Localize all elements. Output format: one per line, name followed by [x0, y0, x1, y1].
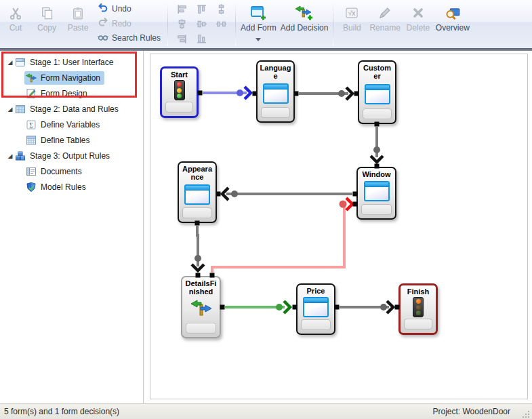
cut-button[interactable]: Cut [2, 0, 29, 48]
node-label: Customer [359, 62, 395, 80]
sidebar-item-stage1[interactable]: ◢ Stage 1: User Interface [0, 54, 143, 70]
undo-button[interactable]: Undo [98, 3, 161, 15]
sidebar-item-define-variables[interactable]: Σ Define Variables [0, 117, 143, 132]
expander-icon[interactable]: ◢ [5, 106, 15, 113]
copy-icon [40, 4, 54, 22]
add-form-button[interactable]: Add Form [241, 0, 277, 48]
node-appearance[interactable]: Appearance [178, 161, 217, 223]
node-label: Appearance [179, 163, 216, 181]
sidebar-item-label: Define Tables [41, 136, 90, 145]
overview-icon [445, 4, 460, 22]
rules-tree-sidebar: ◢ Stage 1: User Interface Form Navigatio… [0, 51, 144, 403]
redo-label: Redo [112, 19, 131, 28]
sidebar-item-label: Stage 3: Output Rules [30, 151, 110, 161]
expander-icon[interactable]: ◢ [5, 153, 15, 159]
align-center-icon[interactable] [195, 18, 209, 30]
align-placeholder [214, 33, 229, 45]
search-rules-button[interactable]: Search Rules [98, 32, 161, 44]
traffic-light-icon [413, 297, 424, 317]
form-window-icon [364, 181, 390, 201]
paste-button[interactable]: Paste [64, 0, 91, 48]
node-footer [404, 319, 432, 330]
toolbar: Cut Copy Paste Undo [0, 0, 532, 48]
copy-button[interactable]: Copy [33, 0, 60, 48]
distribute-vertical-icon[interactable] [214, 3, 229, 15]
toolbar-separator [167, 2, 168, 46]
distribute-horizontal-icon[interactable] [214, 18, 229, 30]
node-label: Finish [401, 285, 436, 296]
node-label: Start [162, 68, 197, 79]
status-summary: 5 form(s) and 1 form decision(s) [0, 407, 432, 416]
node-language[interactable]: Language [256, 60, 295, 123]
align-bottom-icon[interactable] [195, 33, 209, 45]
node-footer [363, 108, 392, 119]
sidebar-item-label: Model Rules [41, 182, 86, 192]
align-right-icon[interactable] [175, 33, 190, 45]
canvas-panel: Start Language Customer Appearance [144, 51, 532, 403]
rename-icon [378, 4, 392, 22]
undo-label: Undo [112, 4, 131, 14]
redo-button[interactable]: Redo [98, 18, 161, 30]
add-form-icon [249, 4, 267, 22]
overview-label: Overview [436, 23, 470, 33]
table-icon [15, 104, 26, 115]
grid-table-icon [26, 135, 37, 146]
undo-icon [98, 3, 108, 16]
overview-button[interactable]: Overview [436, 0, 470, 48]
form-window-icon [184, 184, 210, 205]
add-form-label: Add Form [241, 23, 277, 33]
node-detailsfinished[interactable]: DetailsFinished [181, 276, 221, 338]
alignment-tools-group [171, 0, 232, 48]
add-decision-button[interactable]: Add Decision [281, 0, 329, 48]
add-form-dropdown-icon[interactable] [255, 38, 261, 41]
sidebar-item-model-rules[interactable]: Model Rules [0, 179, 143, 195]
node-start[interactable]: Start [160, 66, 199, 118]
align-left-icon[interactable] [175, 3, 190, 15]
model-rules-icon [26, 182, 37, 193]
sidebar-item-label: Stage 1: User Interface [30, 58, 113, 67]
project-name-label: Project: WoodenDoor [432, 407, 521, 416]
paste-icon [71, 4, 85, 22]
node-customer[interactable]: Customer [358, 60, 396, 124]
redo-icon [98, 17, 108, 30]
sidebar-item-form-navigation[interactable]: Form Navigation [0, 70, 143, 85]
search-rules-icon [98, 32, 108, 45]
sidebar-item-label: Stage 2: Data and Rules [30, 104, 119, 114]
form-window-icon [263, 83, 289, 104]
delete-icon [412, 4, 424, 22]
form-window-icon [15, 57, 26, 68]
node-window[interactable]: Window [356, 167, 396, 220]
resize-grip-icon[interactable] [521, 410, 531, 419]
cut-icon [9, 4, 22, 22]
build-button[interactable]: √x Build [338, 0, 365, 48]
sidebar-item-form-design[interactable]: Form Design [0, 85, 143, 101]
node-finish[interactable]: Finish [398, 283, 438, 335]
rename-button[interactable]: Rename [369, 0, 400, 48]
rules-designer-window: Cut Copy Paste Undo [0, 0, 532, 419]
flow-canvas[interactable]: Start Language Customer Appearance [150, 54, 528, 399]
sidebar-item-stage3[interactable]: ◢ Stage 3: Output Rules [0, 148, 143, 163]
sidebar-item-label: Form Navigation [41, 73, 100, 83]
node-price[interactable]: Price [296, 283, 335, 335]
add-decision-label: Add Decision [281, 23, 329, 33]
node-footer [361, 204, 392, 215]
node-footer [301, 319, 331, 330]
align-middle-icon[interactable] [175, 18, 190, 30]
sidebar-item-label: Form Design [41, 89, 87, 98]
node-footer [182, 207, 212, 218]
status-bar: 5 form(s) and 1 form decision(s) Project… [0, 403, 532, 419]
decision-icon [190, 298, 213, 320]
document-icon [26, 166, 37, 177]
expander-icon[interactable]: ◢ [5, 59, 15, 66]
traffic-light-icon [174, 80, 185, 100]
delete-button[interactable]: Delete [405, 0, 432, 48]
align-top-icon[interactable] [195, 3, 209, 15]
paste-label: Paste [68, 23, 89, 33]
toolbar-separator [333, 2, 333, 46]
sidebar-item-define-tables[interactable]: Define Tables [0, 132, 143, 148]
svg-text:√x: √x [348, 9, 356, 17]
build-icon: √x [345, 4, 359, 22]
sidebar-item-documents[interactable]: Documents [0, 163, 143, 179]
sidebar-item-stage2[interactable]: ◢ Stage 2: Data and Rules [0, 101, 143, 117]
cubes-icon [15, 151, 26, 161]
